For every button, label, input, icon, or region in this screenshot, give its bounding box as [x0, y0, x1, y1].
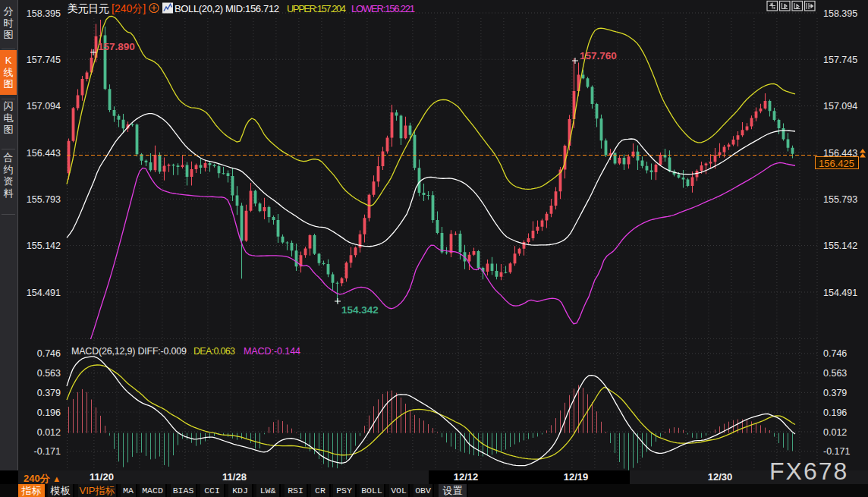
svg-text:UPPER:157.204: UPPER:157.204: [287, 3, 346, 14]
svg-text:154.491: 154.491: [823, 288, 857, 298]
svg-text:0.379: 0.379: [823, 388, 847, 398]
svg-text:158.395: 158.395: [27, 8, 61, 19]
svg-text:155.142: 155.142: [823, 241, 857, 251]
svg-text:0.746: 0.746: [37, 348, 61, 359]
svg-text:157.094: 157.094: [823, 101, 857, 112]
svg-text:0.563: 0.563: [37, 368, 61, 379]
svg-text:美元日元: 美元日元: [68, 2, 109, 14]
svg-text:156.425: 156.425: [819, 158, 854, 169]
svg-text:DEA:0.063: DEA:0.063: [193, 346, 235, 357]
svg-text:MACD(26,12,9) DIFF:-0.009: MACD(26,12,9) DIFF:-0.009: [71, 346, 187, 357]
svg-text:BOLL(20,2) MID:156.712: BOLL(20,2) MID:156.712: [175, 3, 279, 14]
svg-text:0.379: 0.379: [37, 388, 61, 398]
svg-text:LOWER:156.221: LOWER:156.221: [351, 3, 415, 14]
svg-text:0.563: 0.563: [823, 368, 847, 379]
svg-text:0.196: 0.196: [37, 407, 61, 418]
svg-text:0.746: 0.746: [823, 348, 847, 359]
svg-text:157.745: 157.745: [27, 55, 61, 65]
svg-text:MACD:-0.144: MACD:-0.144: [244, 346, 300, 357]
svg-text:157.094: 157.094: [27, 101, 61, 112]
svg-text:157.890: 157.890: [98, 41, 135, 52]
svg-text:155.793: 155.793: [27, 194, 61, 205]
svg-text:157.760: 157.760: [580, 50, 617, 61]
svg-text:157.745: 157.745: [823, 55, 857, 65]
svg-text:155.793: 155.793: [823, 194, 857, 205]
svg-text:154.342: 154.342: [341, 304, 379, 316]
svg-text:156.443: 156.443: [27, 148, 61, 159]
svg-text:-0.171: -0.171: [823, 446, 850, 457]
svg-text:0.196: 0.196: [823, 407, 847, 418]
svg-text:0.012: 0.012: [823, 427, 847, 438]
svg-text:154.491: 154.491: [27, 288, 61, 298]
svg-text:0.012: 0.012: [37, 427, 61, 438]
svg-text:155.142: 155.142: [27, 241, 61, 251]
svg-text:[240分]: [240分]: [112, 2, 146, 14]
svg-text:-0.171: -0.171: [34, 446, 61, 457]
svg-text:158.395: 158.395: [823, 8, 857, 19]
